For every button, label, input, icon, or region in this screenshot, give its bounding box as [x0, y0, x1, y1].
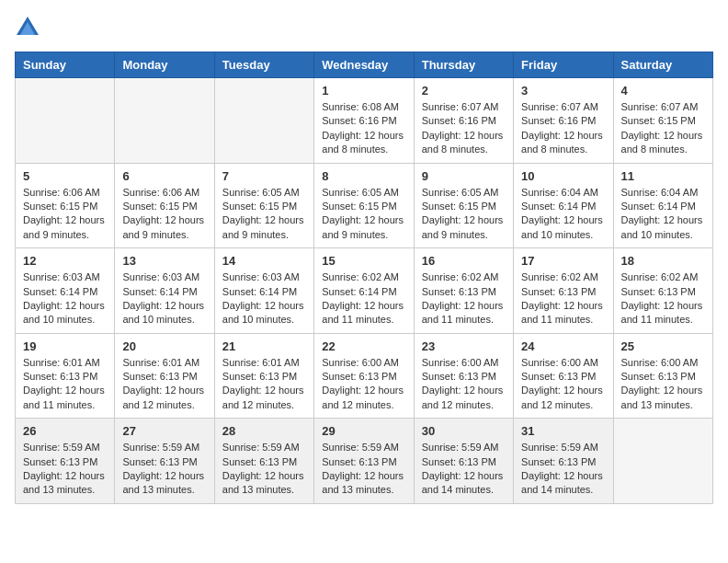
table-row: 1Sunrise: 6:08 AMSunset: 6:16 PMDaylight…	[314, 78, 414, 164]
sunrise-label: Sunrise: 6:07 AM	[422, 101, 499, 112]
table-row: 6Sunrise: 6:06 AMSunset: 6:15 PMDaylight…	[115, 163, 214, 248]
daylight-label: Daylight: 12 hours and 11 minutes.	[23, 385, 105, 409]
day-info: Sunrise: 6:03 AMSunset: 6:14 PMDaylight:…	[222, 270, 306, 327]
week-row: 26Sunrise: 5:59 AMSunset: 6:13 PMDayligh…	[16, 419, 713, 504]
sunrise-label: Sunrise: 6:03 AM	[122, 271, 199, 282]
sunset-label: Sunset: 6:13 PM	[23, 456, 97, 467]
sunrise-label: Sunrise: 6:05 AM	[222, 187, 300, 198]
day-info: Sunrise: 6:07 AMSunset: 6:15 PMDaylight:…	[621, 100, 705, 157]
daylight-label: Daylight: 12 hours and 10 minutes.	[122, 300, 204, 325]
day-number: 28	[222, 424, 306, 438]
day-number: 7	[222, 169, 306, 183]
sunset-label: Sunset: 6:13 PM	[322, 371, 396, 382]
daylight-label: Daylight: 12 hours and 12 minutes.	[222, 385, 304, 409]
day-number: 16	[422, 254, 506, 268]
sunset-label: Sunset: 6:13 PM	[521, 371, 596, 382]
sunrise-label: Sunrise: 6:06 AM	[122, 187, 199, 198]
table-row: 9Sunrise: 6:05 AMSunset: 6:15 PMDaylight…	[414, 163, 513, 248]
sunrise-label: Sunrise: 6:00 AM	[322, 357, 399, 368]
day-number: 21	[222, 339, 306, 353]
sunrise-label: Sunrise: 6:02 AM	[322, 271, 399, 282]
table-row: 10Sunrise: 6:04 AMSunset: 6:14 PMDayligh…	[514, 163, 613, 248]
table-row: 18Sunrise: 6:02 AMSunset: 6:13 PMDayligh…	[613, 248, 712, 334]
sunset-label: Sunset: 6:13 PM	[422, 286, 496, 297]
table-row: 3Sunrise: 6:07 AMSunset: 6:16 PMDaylight…	[514, 78, 613, 164]
day-info: Sunrise: 6:05 AMSunset: 6:15 PMDaylight:…	[322, 186, 405, 243]
calendar-body: 1Sunrise: 6:08 AMSunset: 6:16 PMDaylight…	[16, 78, 713, 504]
sunrise-label: Sunrise: 6:08 AM	[322, 101, 399, 112]
sunset-label: Sunset: 6:15 PM	[322, 201, 396, 212]
day-info: Sunrise: 6:05 AMSunset: 6:15 PMDaylight:…	[422, 186, 506, 243]
day-info: Sunrise: 6:02 AMSunset: 6:13 PMDaylight:…	[521, 270, 605, 327]
daylight-label: Daylight: 12 hours and 11 minutes.	[621, 300, 703, 325]
sunset-label: Sunset: 6:13 PM	[422, 371, 496, 382]
daylight-label: Daylight: 12 hours and 10 minutes.	[621, 214, 703, 239]
table-row: 5Sunrise: 6:06 AMSunset: 6:15 PMDaylight…	[16, 163, 115, 248]
sunrise-label: Sunrise: 6:01 AM	[222, 357, 300, 368]
table-row: 22Sunrise: 6:00 AMSunset: 6:13 PMDayligh…	[314, 333, 414, 419]
day-info: Sunrise: 6:00 AMSunset: 6:13 PMDaylight:…	[521, 356, 605, 413]
sunset-label: Sunset: 6:16 PM	[422, 115, 496, 126]
table-row: 24Sunrise: 6:00 AMSunset: 6:13 PMDayligh…	[514, 333, 613, 419]
day-number: 13	[122, 254, 206, 268]
day-number: 23	[422, 339, 506, 353]
sunset-label: Sunset: 6:15 PM	[23, 201, 97, 212]
table-row: 30Sunrise: 5:59 AMSunset: 6:13 PMDayligh…	[414, 419, 513, 504]
week-row: 19Sunrise: 6:01 AMSunset: 6:13 PMDayligh…	[16, 333, 713, 419]
table-row: 7Sunrise: 6:05 AMSunset: 6:15 PMDaylight…	[214, 163, 313, 248]
sunset-label: Sunset: 6:13 PM	[222, 456, 297, 467]
sunset-label: Sunset: 6:14 PM	[23, 286, 97, 297]
sunrise-label: Sunrise: 5:59 AM	[322, 442, 399, 453]
day-info: Sunrise: 6:07 AMSunset: 6:16 PMDaylight:…	[521, 100, 605, 157]
day-number: 20	[122, 339, 206, 353]
daylight-label: Daylight: 12 hours and 8 minutes.	[322, 130, 404, 155]
table-row: 2Sunrise: 6:07 AMSunset: 6:16 PMDaylight…	[414, 78, 513, 164]
day-info: Sunrise: 5:59 AMSunset: 6:13 PMDaylight:…	[23, 441, 107, 498]
day-number: 1	[322, 84, 405, 98]
week-row: 1Sunrise: 6:08 AMSunset: 6:16 PMDaylight…	[16, 78, 713, 164]
daylight-label: Daylight: 12 hours and 12 minutes.	[322, 385, 404, 409]
daylight-label: Daylight: 12 hours and 8 minutes.	[422, 130, 504, 155]
table-row: 21Sunrise: 6:01 AMSunset: 6:13 PMDayligh…	[214, 333, 313, 419]
daylight-label: Daylight: 12 hours and 10 minutes.	[23, 300, 105, 325]
table-row	[214, 78, 313, 164]
sunrise-label: Sunrise: 6:07 AM	[621, 101, 699, 112]
sunset-label: Sunset: 6:15 PM	[122, 201, 197, 212]
day-number: 5	[23, 169, 107, 183]
day-info: Sunrise: 6:03 AMSunset: 6:14 PMDaylight:…	[23, 270, 107, 327]
day-info: Sunrise: 6:04 AMSunset: 6:14 PMDaylight:…	[621, 186, 705, 243]
day-number: 12	[23, 254, 107, 268]
day-number: 22	[322, 339, 405, 353]
daylight-label: Daylight: 12 hours and 13 minutes.	[322, 470, 404, 495]
daylight-label: Daylight: 12 hours and 8 minutes.	[621, 130, 703, 155]
table-row: 17Sunrise: 6:02 AMSunset: 6:13 PMDayligh…	[514, 248, 613, 334]
day-number: 17	[521, 254, 605, 268]
table-row: 11Sunrise: 6:04 AMSunset: 6:14 PMDayligh…	[613, 163, 712, 248]
day-info: Sunrise: 6:07 AMSunset: 6:16 PMDaylight:…	[422, 100, 506, 157]
table-row: 12Sunrise: 6:03 AMSunset: 6:14 PMDayligh…	[16, 248, 115, 334]
table-row: 26Sunrise: 5:59 AMSunset: 6:13 PMDayligh…	[16, 419, 115, 504]
sunset-label: Sunset: 6:14 PM	[122, 286, 197, 297]
day-info: Sunrise: 5:59 AMSunset: 6:13 PMDaylight:…	[521, 441, 605, 498]
sunrise-label: Sunrise: 6:02 AM	[422, 271, 499, 282]
sunrise-label: Sunrise: 6:05 AM	[422, 187, 499, 198]
day-info: Sunrise: 6:04 AMSunset: 6:14 PMDaylight:…	[521, 186, 605, 243]
day-info: Sunrise: 6:08 AMSunset: 6:16 PMDaylight:…	[322, 100, 405, 157]
sunrise-label: Sunrise: 6:02 AM	[621, 271, 699, 282]
sunset-label: Sunset: 6:15 PM	[621, 115, 696, 126]
sunrise-label: Sunrise: 6:00 AM	[621, 357, 699, 368]
sunset-label: Sunset: 6:13 PM	[521, 456, 596, 467]
sunset-label: Sunset: 6:14 PM	[322, 286, 396, 297]
day-number: 18	[621, 254, 705, 268]
day-number: 30	[422, 424, 506, 438]
day-info: Sunrise: 6:00 AMSunset: 6:13 PMDaylight:…	[422, 356, 506, 413]
sunset-label: Sunset: 6:13 PM	[122, 371, 197, 382]
calendar-header: SundayMondayTuesdayWednesdayThursdayFrid…	[16, 52, 713, 78]
daylight-label: Daylight: 12 hours and 13 minutes.	[621, 385, 703, 409]
daylight-label: Daylight: 12 hours and 8 minutes.	[521, 130, 603, 155]
daylight-label: Daylight: 12 hours and 9 minutes.	[322, 214, 404, 239]
table-row: 16Sunrise: 6:02 AMSunset: 6:13 PMDayligh…	[414, 248, 513, 334]
header-monday: Monday	[115, 52, 214, 78]
sunrise-label: Sunrise: 6:01 AM	[122, 357, 199, 368]
sunrise-label: Sunrise: 6:03 AM	[23, 271, 100, 282]
